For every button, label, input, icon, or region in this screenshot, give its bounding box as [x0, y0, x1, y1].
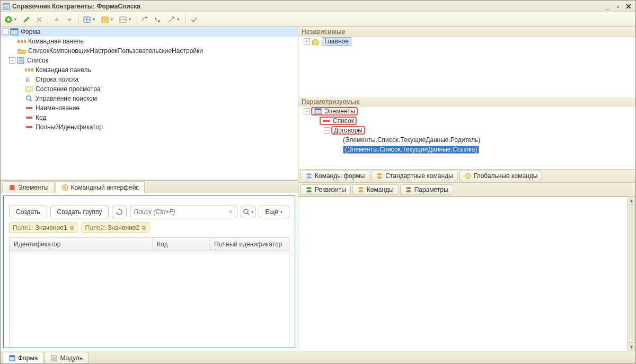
- search-input[interactable]: [132, 208, 226, 216]
- layout1-dropdown[interactable]: ▾: [111, 17, 116, 22]
- tree-label: Командная панель: [28, 38, 84, 45]
- close-button[interactable]: ✕: [624, 2, 633, 11]
- tree-item[interactable]: (Элементы.Список.ТекущиеДанные.Родитель): [298, 135, 635, 145]
- move-up-button[interactable]: [51, 14, 63, 25]
- magnifier-icon: [25, 95, 33, 102]
- link-arrow1-icon[interactable]: [140, 14, 152, 25]
- move-down-button[interactable]: [64, 14, 75, 25]
- tree-label: Договоры: [334, 127, 363, 134]
- form-icon: [8, 354, 16, 362]
- tree-item[interactable]: Командная панель: [1, 37, 298, 46]
- tab-global-commands[interactable]: Глобальные команды: [460, 171, 543, 181]
- tab-elements[interactable]: Элементы: [3, 181, 55, 193]
- svg-rect-46: [315, 109, 321, 110]
- tree-item[interactable]: − Договоры: [298, 126, 635, 135]
- tree-node-list[interactable]: − Список: [1, 56, 298, 65]
- filter-chip[interactable]: Поле2: Значение2 ⊗: [82, 223, 150, 233]
- vertical-scrollbar[interactable]: ▲ ▼: [627, 197, 635, 351]
- tree-item[interactable]: Состояние просмотра: [1, 84, 298, 94]
- tree-item[interactable]: Список: [298, 116, 635, 126]
- edit-button[interactable]: [21, 14, 32, 25]
- grid-dropdown[interactable]: ▾: [93, 17, 98, 22]
- tab-form-commands[interactable]: Команды формы: [301, 171, 369, 181]
- tree-label: (Элементы.Список.ТекущиеДанные.Родитель): [343, 136, 480, 144]
- bottom-tabs: Форма Модуль: [1, 351, 635, 363]
- tree-item[interactable]: Код: [1, 113, 298, 122]
- tree-item[interactable]: ПолныйИденификатор: [1, 122, 298, 132]
- scroll-down-icon[interactable]: ▼: [628, 342, 635, 351]
- expander-icon[interactable]: +: [304, 38, 310, 45]
- tab-cmd-interface[interactable]: Командный интерфейс: [56, 181, 145, 193]
- layout1-button[interactable]: [99, 14, 111, 25]
- svg-point-48: [306, 173, 312, 175]
- tab-parameters[interactable]: Параметры: [400, 184, 453, 195]
- column-header[interactable]: Код: [153, 238, 210, 251]
- tree-item[interactable]: СписокКомпоновщикНастроекПользовательски…: [1, 46, 298, 56]
- tab-label: Параметры: [414, 186, 448, 193]
- db-icon: [376, 172, 383, 180]
- tab-form[interactable]: Форма: [3, 352, 43, 363]
- create-group-button[interactable]: Создать группу: [50, 206, 109, 218]
- tab-std-commands[interactable]: Стандартные команды: [371, 171, 457, 181]
- tab-label: Форма: [18, 354, 38, 362]
- svg-rect-27: [25, 68, 27, 72]
- refresh-button[interactable]: [112, 206, 127, 218]
- tree-item[interactable]: Командная панель: [1, 65, 298, 75]
- tab-module[interactable]: Модуль: [45, 352, 89, 363]
- svg-rect-47: [323, 120, 330, 122]
- expander-icon[interactable]: −: [9, 57, 15, 64]
- tree-item[interactable]: Управление поиском: [1, 94, 298, 103]
- search-button[interactable]: ▾: [241, 206, 255, 218]
- tree-item-selected[interactable]: (Элементы.Список.ТекущиеДанные.Ссылка): [298, 145, 635, 154]
- filter-chip[interactable]: Поле1: Значение1 ⊗: [9, 223, 77, 233]
- stack-icon: [8, 184, 16, 191]
- svg-rect-37: [26, 126, 32, 128]
- expand-dropdown[interactable]: ▾: [177, 17, 182, 22]
- layout2-dropdown[interactable]: ▾: [129, 17, 134, 22]
- link-arrow2-icon[interactable]: [153, 14, 164, 25]
- layout2-button[interactable]: [117, 14, 129, 25]
- check-button[interactable]: [188, 14, 200, 25]
- table-body[interactable]: [10, 251, 289, 348]
- column-header[interactable]: Полный иденификатор: [210, 238, 289, 251]
- tree-label: Список: [27, 57, 48, 64]
- add-dropdown[interactable]: ▾: [14, 17, 20, 22]
- preview-table[interactable]: Идентификатор Код Полный иденификатор: [9, 237, 289, 348]
- create-button[interactable]: Создать: [9, 206, 47, 218]
- expander-icon[interactable]: −: [304, 108, 310, 114]
- tree-item[interactable]: Строка поиска: [1, 75, 298, 84]
- clear-search-icon[interactable]: ×: [227, 208, 235, 216]
- tab-commands[interactable]: Команды: [352, 184, 399, 195]
- more-button[interactable]: Еще▾: [259, 206, 289, 218]
- restore-button[interactable]: ▫: [613, 2, 623, 11]
- minimize-button[interactable]: _: [603, 2, 612, 11]
- tree-root-form[interactable]: − Форма: [1, 27, 298, 37]
- cmdbar-icon: [17, 38, 26, 45]
- gear-icon: [61, 184, 69, 191]
- expand-icon[interactable]: [165, 14, 177, 25]
- svg-rect-29: [31, 68, 33, 72]
- tree-item[interactable]: Наименование: [1, 103, 298, 113]
- scroll-up-icon[interactable]: ▲: [628, 197, 635, 205]
- search-input-wrapper[interactable]: ×: [130, 206, 237, 218]
- search-row-icon: [25, 76, 33, 83]
- tree-root-label: Форма: [21, 28, 40, 35]
- folder-icon: [17, 47, 26, 55]
- grid-button[interactable]: [81, 14, 93, 25]
- add-button[interactable]: [3, 14, 14, 25]
- remove-filter-icon[interactable]: ⊗: [69, 224, 75, 232]
- svg-rect-1: [3, 3, 10, 5]
- remove-filter-icon[interactable]: ⊗: [142, 224, 147, 232]
- expander-icon[interactable]: −: [324, 127, 330, 134]
- svg-line-34: [30, 100, 32, 101]
- tree-item[interactable]: − Элементы: [298, 106, 635, 116]
- column-header[interactable]: Идентификатор: [10, 238, 153, 251]
- form-elements-tree[interactable]: − Форма Командная панель СписокКомпоновщ…: [1, 27, 298, 180]
- tree-item-main[interactable]: + Главное: [298, 37, 635, 46]
- svg-rect-32: [26, 87, 32, 91]
- tree-label: ПолныйИденификатор: [36, 123, 103, 131]
- tree-label: Главное: [322, 37, 351, 46]
- tab-attributes[interactable]: Реквизиты: [301, 184, 351, 195]
- expander-icon[interactable]: −: [3, 29, 9, 35]
- delete-button[interactable]: [33, 14, 45, 25]
